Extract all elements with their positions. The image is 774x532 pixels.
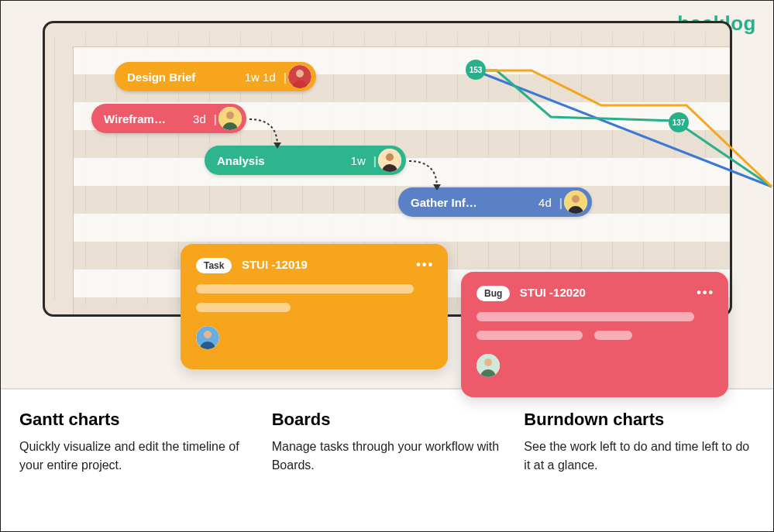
card-chip: Bug (476, 286, 510, 301)
card-id: STUI -12019 (242, 258, 308, 271)
svg-point-3 (226, 112, 234, 119)
feature-body: Quickly visualize and edit the timeline … (19, 438, 250, 475)
feature-title: Boards (272, 410, 503, 430)
avatar-icon (218, 107, 242, 130)
gantt-bar-gather[interactable]: Gather Inf… 4d | (398, 187, 592, 217)
svg-point-7 (572, 195, 580, 203)
svg-point-9 (204, 331, 212, 338)
burndown-start-badge: 153 (466, 60, 486, 80)
gantt-bar-duration: 1w (351, 154, 366, 167)
gantt-bar-duration: 1w 1d (245, 70, 276, 84)
feature-title: Gantt charts (19, 410, 250, 430)
board-card-bug[interactable]: Bug STUI -12020 ••• (461, 272, 728, 397)
gantt-bar-analysis[interactable]: Analysis 1w | (205, 146, 406, 175)
board-card-task[interactable]: Task STUI -12019 ••• (181, 244, 448, 369)
gantt-bar-duration: 3d (193, 112, 206, 125)
svg-point-1 (296, 70, 304, 77)
card-id: STUI -12020 (520, 286, 586, 299)
feature-gantt: Gantt charts Quickly visualize and edit … (19, 410, 250, 475)
hero-illustration: backlog by nulab Design Brief 1w 1d | Wi… (1, 1, 773, 390)
avatar-icon (564, 190, 587, 214)
card-menu-icon[interactable]: ••• (697, 286, 714, 300)
svg-point-11 (484, 359, 492, 366)
feature-boards: Boards Manage tasks through your workflo… (272, 410, 503, 475)
burndown-end-badge: 137 (669, 112, 689, 132)
feature-body: Manage tasks through your workflow with … (272, 438, 503, 475)
gantt-bar-label: Wirefram… (104, 112, 166, 125)
gantt-bar-label: Analysis (217, 154, 265, 167)
card-chip: Task (196, 258, 232, 273)
gantt-bar-design-brief[interactable]: Design Brief 1w 1d | (115, 62, 316, 91)
avatar-icon (378, 149, 401, 172)
avatar-icon (476, 354, 500, 377)
svg-point-5 (386, 153, 394, 161)
feature-title: Burndown charts (524, 410, 755, 430)
gantt-bar-label: Design Brief (127, 70, 195, 84)
card-menu-icon[interactable]: ••• (416, 258, 434, 272)
gantt-bar-label: Gather Inf… (411, 196, 477, 209)
gantt-bar-duration: 4d (538, 196, 552, 209)
feature-body: See the work left to do and time left to… (524, 438, 755, 475)
feature-burndown: Burndown charts See the work left to do … (524, 410, 755, 475)
avatar-icon (288, 65, 311, 88)
gantt-bar-wireframe[interactable]: Wirefram… 3d | (91, 104, 246, 133)
features-row: Gantt charts Quickly visualize and edit … (1, 390, 773, 482)
avatar-icon (196, 326, 219, 349)
